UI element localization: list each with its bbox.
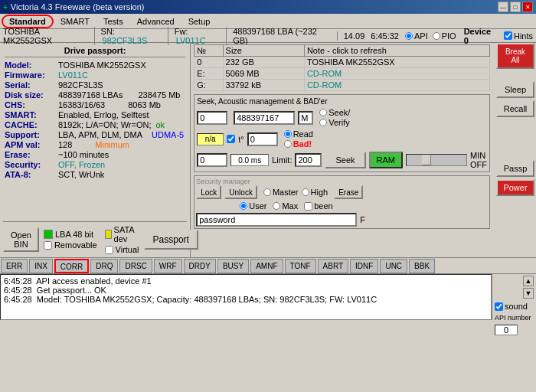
removable-checkbox-row: Removable <box>44 240 97 250</box>
ata-label: ATA-8: <box>5 170 58 179</box>
time-value: 14.09 <box>337 31 365 41</box>
recall-button[interactable]: Recall <box>496 100 534 117</box>
lock-button[interactable]: Lock <box>196 185 221 199</box>
table-row[interactable]: E: 5069 MB CD-ROM <box>194 68 490 80</box>
limit-input[interactable] <box>295 153 322 167</box>
api-radio[interactable] <box>405 32 413 40</box>
row0-size: 232 GB <box>223 57 304 68</box>
log-entry: 6:45:28 Get passport... OK <box>2 286 489 295</box>
max-radio[interactable] <box>273 202 280 210</box>
row1-size: 5069 MB <box>223 68 304 80</box>
sleep-button[interactable]: Sleep <box>496 81 534 98</box>
ram-button[interactable]: RAM <box>369 152 403 168</box>
maximize-button[interactable]: □ <box>510 2 521 12</box>
seek-radio[interactable] <box>319 109 327 116</box>
tab-wrf[interactable]: WRF <box>154 259 182 273</box>
log-time-1: 6:45:28 <box>4 286 32 295</box>
high-radio[interactable] <box>302 188 309 196</box>
firmware-value: LV011C <box>58 70 88 80</box>
t-checkbox[interactable] <box>227 135 235 143</box>
title-bar: + Victoria 4.3 Freeware (beta version) —… <box>0 0 536 14</box>
action-buttons: BreakAll Sleep Recall Passp Power <box>496 43 534 196</box>
virtual-checkbox-row: Virtual <box>105 245 139 254</box>
master-radio[interactable] <box>263 188 271 196</box>
tab-drdy[interactable]: DRDY <box>184 259 216 273</box>
tab-corr[interactable]: CORR <box>54 259 89 273</box>
hints-checkbox[interactable] <box>504 31 512 40</box>
log-entry: 6:45:28 API access enabled, device #1 <box>2 276 489 286</box>
support-label: Support: <box>5 130 58 139</box>
seek-m-field[interactable] <box>298 111 313 125</box>
cache-extra: ok <box>155 120 165 129</box>
chs-value: 16383/16/63 <box>58 100 105 109</box>
table-row[interactable]: G: 33792 kB CD-ROM <box>194 80 490 91</box>
break-all-button[interactable]: BreakAll <box>496 43 534 69</box>
virtual-checkbox[interactable] <box>105 246 113 254</box>
sound-label: sound <box>505 302 528 311</box>
close-button[interactable]: ✕ <box>522 2 533 12</box>
erase-value: ~100 minutes <box>58 150 109 159</box>
open-bin-button[interactable]: Open BIN <box>3 227 39 252</box>
scroll-up-button[interactable]: ▲ <box>523 276 534 286</box>
seek-to-input[interactable] <box>234 111 295 125</box>
removable-checkbox[interactable] <box>44 241 52 250</box>
tab-tonf[interactable]: TONF <box>285 259 316 273</box>
model-label: Model: <box>5 60 58 70</box>
ms-from-field[interactable] <box>197 153 227 167</box>
unlock-button[interactable]: Unlock <box>224 185 257 199</box>
tab-err[interactable]: ERR <box>1 259 28 273</box>
tab-drsc[interactable]: DRSC <box>119 259 152 273</box>
t-value-input[interactable] <box>247 132 278 146</box>
log-time-2: 6:45:28 <box>4 295 32 304</box>
col-size: Size <box>223 45 304 57</box>
minimize-button[interactable]: — <box>498 2 508 12</box>
satadev-label: SATA dev <box>114 225 139 243</box>
pio-radio[interactable] <box>433 32 440 40</box>
sound-checkbox-row: sound <box>495 302 534 311</box>
password-input[interactable] <box>196 213 357 227</box>
table-row[interactable]: 0 232 GB TOSHIBA MK2552GSX <box>194 57 490 68</box>
passport-button[interactable]: Passport <box>144 230 198 250</box>
lba-info: 488397168 LBA (~232 GB) <box>226 27 331 45</box>
sn-label: SN: <box>101 27 115 36</box>
tab-bbk[interactable]: BBK <box>409 259 435 273</box>
tab-unc[interactable]: UNC <box>380 259 407 273</box>
row1-note: CD-ROM <box>304 68 489 80</box>
lba48-checkbox-row: LBA 48 bit <box>44 230 97 239</box>
seek-button[interactable]: Seek <box>325 152 365 168</box>
user-radio[interactable] <box>240 202 247 210</box>
t-label: t° <box>238 135 243 144</box>
verify-radio[interactable] <box>319 119 327 126</box>
tab-abrt[interactable]: ABRT <box>318 259 349 273</box>
clock-value: 6:45:32 <box>371 31 399 41</box>
erase-button[interactable]: Erase <box>334 185 363 199</box>
tab-inx[interactable]: INX <box>29 259 53 273</box>
disk-name: TOSHIBA MK2552GSX <box>3 27 88 45</box>
scroll-down-button[interactable]: ▼ <box>523 288 534 299</box>
seek-from-input[interactable] <box>197 111 227 125</box>
bad-radio[interactable] <box>284 140 292 148</box>
log-area[interactable]: 6:45:28 API access enabled, device #1 6:… <box>0 274 492 320</box>
power-button[interactable]: Power <box>496 179 534 196</box>
support-value: LBA, APM, DLM, DMA <box>58 130 142 139</box>
passport-title: Drive passport: <box>5 46 185 57</box>
log-sidebar: ▲ ▼ sound API number 0 <box>492 274 536 320</box>
tab-idnf[interactable]: IDNF <box>350 259 378 273</box>
passp-button[interactable]: Passp <box>496 160 534 177</box>
chs-label: CHS: <box>5 100 58 109</box>
been-checkbox[interactable] <box>304 202 312 211</box>
tab-busy[interactable]: BUSY <box>217 259 249 273</box>
read-mode-group: Read Bad! <box>284 129 313 149</box>
apm-value: 128 <box>58 140 72 149</box>
seek-title: Seek, Acoustic management & BAD'er <box>197 97 487 106</box>
virtual-label: Virtual <box>116 245 139 254</box>
limit-label: Limit: <box>272 155 292 165</box>
tab-drq[interactable]: DRQ <box>90 259 118 273</box>
removable-label: Removable <box>54 240 97 250</box>
sound-checkbox[interactable] <box>495 302 503 311</box>
speed-slider[interactable] <box>406 154 467 166</box>
tab-amnf[interactable]: AMNF <box>250 259 283 273</box>
col-note[interactable]: Note - click to refresh <box>304 45 489 57</box>
read-radio[interactable] <box>284 130 292 138</box>
serial-value: 982CF3L3S <box>58 80 103 90</box>
